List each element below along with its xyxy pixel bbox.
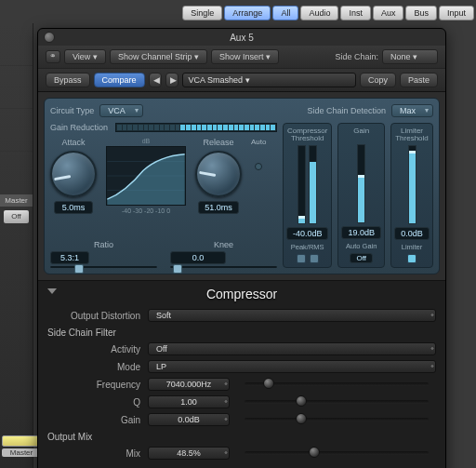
mix-label: Mix	[47, 448, 140, 459]
attack-knob[interactable]	[50, 151, 97, 197]
mode-label: Mode	[47, 362, 140, 372]
knee-value[interactable]: 0.0	[170, 251, 226, 264]
master-fader-handle[interactable]	[2, 435, 41, 447]
tab-inst[interactable]: Inst	[340, 6, 371, 20]
limiter-small-label: Limiter	[402, 243, 423, 251]
side-chain-select[interactable]: None ▾	[382, 49, 438, 64]
extended-header: Compressor	[47, 287, 436, 301]
threshold-value[interactable]: -40.0dB	[286, 227, 329, 240]
preset-prev-button[interactable]: ◀	[149, 73, 162, 87]
tab-bus[interactable]: Bus	[405, 6, 437, 20]
preset-name[interactable]: VCA Smashed ▾	[182, 73, 356, 87]
view-tabs: Single Arrange All Audio Inst Aux Bus In…	[0, 0, 476, 20]
db-label: dB	[142, 138, 151, 144]
paste-button[interactable]: Paste	[400, 73, 438, 87]
activity-select[interactable]: Off	[148, 342, 436, 355]
limiter-slider[interactable]	[408, 145, 416, 224]
preset-next-button[interactable]: ▶	[165, 73, 178, 87]
scd-label: Side Chain Detection	[307, 106, 386, 115]
copy-button[interactable]: Copy	[360, 73, 396, 87]
plugin-title: Aux 5	[230, 33, 254, 43]
plugin-titlebar: Aux 5	[38, 29, 445, 46]
tab-input[interactable]: Input	[439, 6, 474, 20]
release-value[interactable]: 51.0ms	[198, 201, 239, 214]
gain-slider[interactable]	[357, 144, 365, 223]
threshold-meter[interactable]	[298, 145, 306, 224]
auto-led[interactable]	[255, 163, 262, 170]
limiter-value[interactable]: 0.0dB	[394, 227, 430, 240]
master-label: Master	[0, 194, 33, 207]
close-icon[interactable]	[44, 32, 55, 43]
rms-toggle[interactable]	[310, 254, 319, 263]
output-distortion-label: Output Distortion	[47, 311, 140, 321]
circuit-type-select[interactable]: VCA	[99, 104, 143, 117]
activity-label: Activity	[47, 344, 140, 354]
frequency-label: Frequency	[47, 380, 140, 390]
preset-toolbar: Bypass Compare ◀ ▶ VCA Smashed ▾ Copy Pa…	[38, 69, 445, 92]
peak-rms-label: Peak/RMS	[291, 243, 324, 251]
gain-value[interactable]: 19.0dB	[341, 226, 381, 239]
side-chain-filter-label: Side Chain Filter	[47, 328, 436, 338]
release-label: Release	[203, 138, 233, 147]
q-label: Q	[47, 397, 140, 408]
threshold-meter-r	[309, 145, 317, 224]
peak-toggle[interactable]	[297, 254, 306, 263]
tab-single[interactable]: Single	[182, 6, 222, 20]
knee-slider[interactable]	[170, 266, 277, 268]
ratio-slider[interactable]	[50, 266, 157, 268]
frequency-value[interactable]: 7040.000Hz	[148, 378, 230, 391]
extended-params-panel: Compressor Output Distortion Soft Side C…	[38, 280, 445, 468]
attack-value[interactable]: 5.0ms	[54, 201, 93, 214]
tab-arrange[interactable]: Arrange	[224, 6, 271, 20]
threshold-label: Compressor Threshold	[286, 127, 329, 142]
output-distortion-select[interactable]: Soft	[148, 309, 436, 322]
ratio-label: Ratio	[50, 240, 157, 249]
autogain-label: Auto Gain	[346, 242, 377, 250]
q-value[interactable]: 1.00	[148, 395, 230, 408]
gain-column: Gain 19.0dB Auto Gain Off	[337, 123, 385, 268]
auto-label: Auto	[251, 138, 266, 146]
scd-select[interactable]: Max	[391, 104, 433, 117]
mode-select[interactable]: LP	[148, 360, 436, 373]
compressor-panel: Circuit Type VCA Side Chain Detection Ma…	[44, 98, 440, 274]
scf-gain-slider[interactable]	[245, 418, 429, 421]
link-icon[interactable]: ⚭	[46, 50, 60, 63]
transfer-curve	[106, 146, 186, 206]
scf-gain-value[interactable]: 0.0dB	[148, 413, 230, 426]
limiter-toggle[interactable]	[407, 254, 416, 263]
plugin-toolbar: ⚭ View ▾ Show Channel Strip ▾ Show Inser…	[38, 46, 445, 69]
knee-label: Knee	[170, 240, 277, 249]
frequency-slider[interactable]	[245, 382, 429, 386]
tab-audio[interactable]: Audio	[300, 6, 338, 20]
tab-all[interactable]: All	[272, 6, 298, 20]
circuit-type-label: Circuit Type	[50, 106, 94, 115]
attack-label: Attack	[61, 138, 85, 147]
q-slider[interactable]	[245, 400, 429, 404]
off-button[interactable]: Off	[4, 210, 29, 223]
release-knob[interactable]	[195, 151, 242, 197]
bypass-button[interactable]: Bypass	[46, 73, 90, 87]
curve-xticks: -40 -30 -20 -10 0	[122, 207, 170, 214]
output-mix-label: Output Mix	[47, 432, 436, 442]
autogain-select[interactable]: Off	[350, 253, 373, 263]
mix-slider[interactable]	[245, 451, 429, 455]
mix-value[interactable]: 48.5%	[148, 447, 230, 460]
mixer-left-column: Master Off	[0, 23, 33, 468]
show-insert-menu[interactable]: Show Insert ▾	[211, 49, 279, 64]
threshold-column: Compressor Threshold -40.0dB Peak/RMS	[283, 123, 333, 268]
disclosure-icon[interactable]	[47, 288, 57, 294]
ratio-value[interactable]: 5.3:1	[50, 251, 89, 264]
gain-label: Gain	[353, 127, 369, 135]
scf-gain-label: Gain	[47, 415, 140, 425]
view-menu[interactable]: View ▾	[64, 49, 106, 64]
bottom-master-strip: Master	[2, 435, 41, 457]
plugin-window: Aux 5 ⚭ View ▾ Show Channel Strip ▾ Show…	[37, 28, 446, 468]
gain-reduction-label: Gain Reduction	[50, 123, 108, 132]
compare-button[interactable]: Compare	[94, 73, 145, 87]
meters-block: Compressor Threshold -40.0dB Peak/RMS	[283, 123, 433, 268]
side-chain-label: Side Chain:	[335, 52, 378, 61]
tab-aux[interactable]: Aux	[373, 6, 404, 20]
show-channel-strip-menu[interactable]: Show Channel Strip ▾	[110, 49, 207, 64]
limiter-column: Limiter Threshold 0.0dB Limiter	[390, 123, 433, 268]
gain-reduction-meter	[115, 123, 277, 132]
